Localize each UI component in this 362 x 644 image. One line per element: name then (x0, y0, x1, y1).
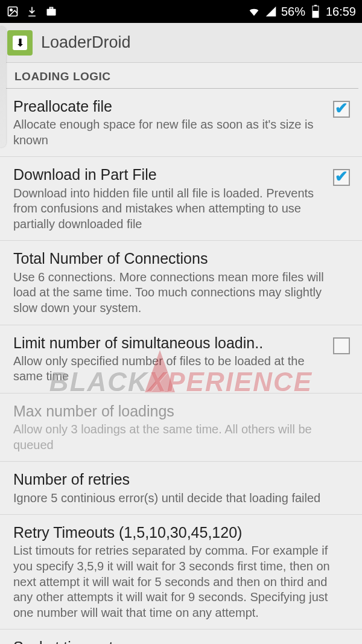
settings-list: Preallocate fileAllocate enough space fo… (0, 89, 362, 644)
battery-icon (309, 5, 322, 18)
setting-title: Download in Part File (13, 165, 326, 184)
section-header-loading-logic: LOADING LOGIC (4, 63, 358, 89)
svg-rect-3 (50, 7, 53, 9)
setting-summary: List timouts for retries separated by co… (13, 543, 343, 620)
svg-rect-2 (47, 9, 56, 16)
setting-summary: Allow only 3 loadings at the same time. … (13, 422, 343, 453)
download-status-icon (25, 5, 39, 18)
drawer-handle[interactable] (0, 27, 6, 147)
setting-summary: Allow only specified number of files to … (13, 354, 326, 384)
setting-summary: Download into hidden file until all file… (13, 186, 326, 232)
setting-title: Total Number of Connections (13, 249, 343, 268)
setting-num_retries[interactable]: Number of retriesIgnore 5 continious err… (0, 462, 362, 515)
status-bar: 56% 16:59 (0, 0, 362, 23)
svg-rect-5 (313, 11, 319, 18)
setting-title: Preallocate file (13, 97, 326, 116)
setting-max_loadings: Max number of loadingsAllow only 3 loadi… (0, 394, 362, 462)
setting-summary: Use 6 connections. More connections mean… (13, 270, 343, 316)
svg-rect-6 (314, 5, 317, 6)
app-bar: ⬇ LoaderDroid (0, 23, 362, 63)
setting-total_connections[interactable]: Total Number of ConnectionsUse 6 connect… (0, 241, 362, 325)
setting-summary: Ignore 5 continious error(s) until decid… (13, 491, 343, 506)
clock-text: 16:59 (326, 5, 356, 19)
setting-summary: Allocate enough space for new file as so… (13, 117, 326, 148)
briefcase-icon (45, 5, 58, 18)
setting-title: Retry Timeouts (1,5,10,30,45,120) (13, 523, 343, 542)
signal-icon (264, 5, 278, 18)
checkbox-limit_simultaneous[interactable] (333, 337, 350, 354)
image-icon (6, 5, 19, 18)
setting-title: Number of retries (13, 470, 343, 489)
wifi-icon (247, 5, 261, 18)
setting-download_part[interactable]: Download in Part FileDownload into hidde… (0, 157, 362, 241)
app-icon: ⬇ (7, 30, 33, 56)
battery-percent: 56% (281, 5, 305, 19)
app-title: LoaderDroid (41, 33, 131, 52)
setting-limit_simultaneous[interactable]: Limit number of simultaneous loadin..All… (0, 325, 362, 394)
checkbox-download_part[interactable] (333, 169, 350, 186)
svg-point-1 (10, 9, 12, 11)
setting-title: Max number of loadings (13, 402, 343, 421)
setting-socket_timeout[interactable]: Socket timeout (0, 630, 362, 644)
checkbox-preallocate[interactable] (333, 101, 350, 118)
setting-title: Socket timeout (13, 638, 343, 644)
setting-preallocate[interactable]: Preallocate fileAllocate enough space fo… (0, 89, 362, 157)
setting-title: Limit number of simultaneous loadin.. (13, 334, 326, 352)
setting-retry_timeouts[interactable]: Retry Timeouts (1,5,10,30,45,120)List ti… (0, 515, 362, 630)
